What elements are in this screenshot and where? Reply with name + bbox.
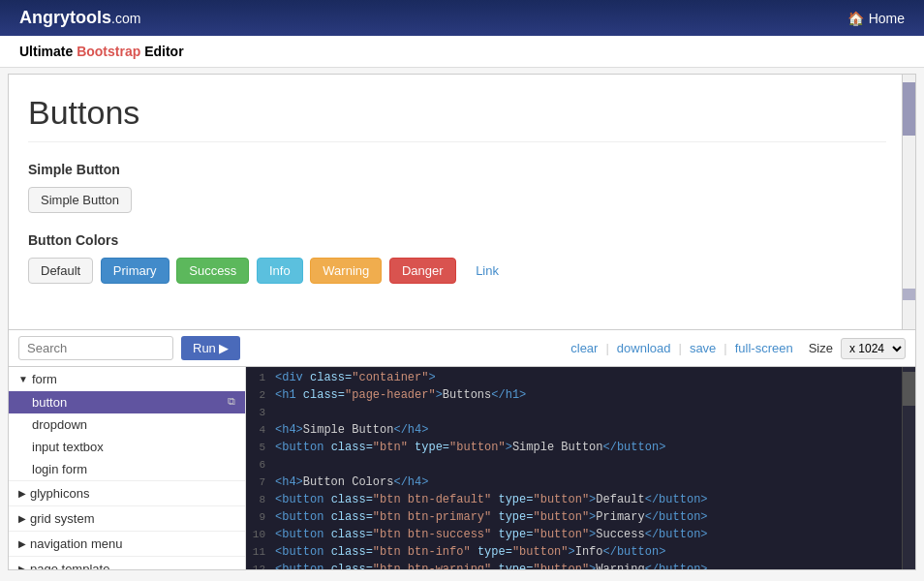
- code-line: 4 <h4>Simple Button</h4>: [246, 423, 902, 441]
- btn-warning[interactable]: Warning: [310, 258, 382, 284]
- toolbar-left: Run ▶: [18, 336, 240, 360]
- simple-button[interactable]: Simple Button: [28, 187, 132, 213]
- sidebar-item-button[interactable]: button ⧉: [9, 391, 245, 413]
- line-content: <button class="btn btn-success" type="bu…: [275, 528, 902, 545]
- chevron-right-icon4: ▶: [18, 564, 26, 569]
- clear-link[interactable]: clear: [570, 341, 598, 355]
- save-link[interactable]: save: [690, 341, 716, 355]
- sidebar-page-header[interactable]: ▶ page template: [9, 557, 245, 569]
- sidebar-section-page: ▶ page template: [9, 557, 245, 569]
- logo-com: .com: [111, 11, 140, 26]
- home-link[interactable]: 🏠 Home: [847, 11, 905, 26]
- preview-scroll-thumb: [903, 82, 915, 136]
- line-number: 6: [246, 458, 275, 475]
- simple-button-section: Simple Button Simple Button: [28, 162, 886, 213]
- line-number: 2: [246, 388, 275, 406]
- code-editor[interactable]: 1<div class="container">2 <h1 class="pag…: [246, 367, 902, 569]
- chevron-right-icon3: ▶: [18, 538, 26, 549]
- site-logo[interactable]: Angrytools.com: [19, 8, 140, 28]
- run-button[interactable]: Run ▶: [181, 336, 240, 360]
- logo-brand: Angrytools: [19, 8, 111, 27]
- code-line: 6: [246, 458, 902, 475]
- sidebar-form-header[interactable]: ▼ form: [9, 367, 245, 391]
- home-icon: 🏠: [847, 11, 864, 26]
- line-number: 11: [246, 545, 275, 563]
- breadcrumb: Ultimate Bootstrap Editor: [0, 36, 924, 68]
- line-content: <button class="btn btn-default" type="bu…: [275, 493, 902, 510]
- breadcrumb-ultimate: Ultimate: [19, 44, 77, 59]
- sidebar-glyphicons-label: glyphicons: [30, 486, 89, 501]
- button-colors-row: Default Primary Success Info Warning Dan…: [28, 258, 886, 284]
- code-line: 2 <h1 class="page-header">Buttons</h1>: [246, 388, 902, 406]
- line-content: [275, 406, 902, 423]
- sidebar-section-glyphicons: ▶ glyphicons: [9, 481, 245, 506]
- line-content: <h4>Simple Button</h4>: [275, 423, 902, 441]
- line-content: <h1 class="page-header">Buttons</h1>: [275, 388, 902, 406]
- line-number: 8: [246, 493, 275, 510]
- line-content: <button class="btn" type="button">Simple…: [275, 441, 902, 458]
- code-line: 11 <button class="btn btn-info" type="bu…: [246, 545, 902, 563]
- preview-scroll-indicator: [903, 289, 915, 300]
- sidebar-item-login-form[interactable]: login form: [9, 458, 245, 480]
- fullscreen-link[interactable]: full-screen: [735, 341, 793, 355]
- simple-button-heading: Simple Button: [28, 162, 886, 177]
- button-colors-heading: Button Colors: [28, 232, 886, 248]
- breadcrumb-bootstrap: Bootstrap: [77, 44, 140, 59]
- btn-default[interactable]: Default: [28, 258, 93, 284]
- sidebar-form-label: form: [32, 372, 57, 386]
- line-number: 12: [246, 563, 275, 569]
- code-scroll-thumb: [903, 372, 915, 406]
- code-line: 7 <h4>Button Colors</h4>: [246, 475, 902, 493]
- toolbar: Run ▶ clear | download | save | full-scr…: [8, 330, 916, 367]
- toolbar-right: clear | download | save | full-screen Si…: [570, 338, 906, 359]
- sidebar-grid-header[interactable]: ▶ grid system: [9, 506, 245, 531]
- sidebar-nav-label: navigation menu: [30, 536, 122, 551]
- code-line: 12 <button class="btn btn-warning" type=…: [246, 563, 902, 569]
- sidebar: ▼ form button ⧉ dropdown input textbox l…: [9, 367, 246, 569]
- sidebar-section-nav: ▶ navigation menu: [9, 532, 245, 557]
- sidebar-page-label: page template: [30, 562, 109, 569]
- line-content: <button class="btn btn-info" type="butto…: [275, 545, 902, 563]
- line-number: 1: [246, 371, 275, 388]
- code-line: 8 <button class="btn btn-default" type="…: [246, 493, 902, 510]
- sidebar-nav-header[interactable]: ▶ navigation menu: [9, 532, 245, 556]
- preview-content: Buttons Simple Button Simple Button Butt…: [9, 75, 915, 329]
- btn-primary[interactable]: Primary: [101, 258, 169, 284]
- code-line: 5 <button class="btn" type="button">Simp…: [246, 441, 902, 458]
- code-line: 3: [246, 406, 902, 423]
- search-input[interactable]: [18, 336, 173, 360]
- bottom-split: ▼ form button ⧉ dropdown input textbox l…: [8, 367, 916, 570]
- button-colors-section: Button Colors Default Primary Success In…: [28, 232, 886, 284]
- sidebar-glyphicons-header[interactable]: ▶ glyphicons: [9, 481, 245, 505]
- size-label: Size: [809, 341, 833, 355]
- btn-danger[interactable]: Danger: [389, 258, 456, 284]
- line-content: <button class="btn btn-primary" type="bu…: [275, 510, 902, 528]
- sidebar-item-dropdown[interactable]: dropdown: [9, 413, 245, 436]
- sidebar-grid-label: grid system: [30, 511, 94, 526]
- line-content: <button class="btn btn-warning" type="bu…: [275, 563, 902, 569]
- chevron-down-icon: ▼: [18, 374, 28, 384]
- line-number: 7: [246, 475, 275, 493]
- breadcrumb-editor: Editor: [140, 44, 183, 59]
- preview-scrollbar[interactable]: [902, 75, 915, 329]
- btn-link[interactable]: Link: [463, 258, 511, 284]
- preview-panel: Buttons Simple Button Simple Button Butt…: [8, 74, 916, 330]
- chevron-right-icon2: ▶: [18, 513, 26, 524]
- btn-success[interactable]: Success: [176, 258, 249, 284]
- code-scrollbar[interactable]: [902, 367, 915, 569]
- sidebar-section-grid: ▶ grid system: [9, 506, 245, 532]
- line-number: 4: [246, 423, 275, 441]
- preview-heading: Buttons: [28, 94, 886, 142]
- chevron-right-icon: ▶: [18, 488, 26, 499]
- copy-icon: ⧉: [228, 395, 235, 408]
- line-number: 9: [246, 510, 275, 528]
- sidebar-section-form: ▼ form button ⧉ dropdown input textbox l…: [9, 367, 245, 481]
- sidebar-item-input-textbox[interactable]: input textbox: [9, 436, 245, 458]
- size-selector[interactable]: x 1024 x 800 x 768: [841, 338, 906, 359]
- line-content: <h4>Button Colors</h4>: [275, 475, 902, 493]
- header: Angrytools.com 🏠 Home: [0, 0, 924, 36]
- line-number: 5: [246, 441, 275, 458]
- line-number: 10: [246, 528, 275, 545]
- download-link[interactable]: download: [617, 341, 671, 355]
- btn-info[interactable]: Info: [257, 258, 303, 284]
